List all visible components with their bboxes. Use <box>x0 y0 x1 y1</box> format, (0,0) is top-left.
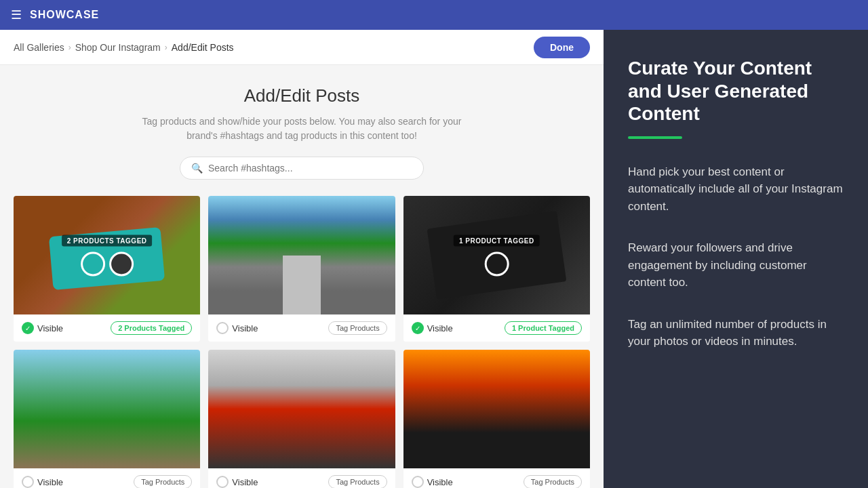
check-icon-1: ✓ <box>22 322 34 334</box>
search-input[interactable] <box>208 163 412 174</box>
menu-icon[interactable]: ☰ <box>11 7 22 22</box>
right-panel-accent <box>628 136 682 139</box>
product-tag-overlay-3: 1 PRODUCT TAGGED <box>454 235 540 276</box>
visible-badge-2: Visible <box>216 322 258 334</box>
product-tag-items-1 <box>81 251 134 276</box>
search-container: 🔍 <box>14 157 590 180</box>
breadcrumb: All Galleries › Shop Our Instagram › Add… <box>14 42 234 53</box>
product-circle-1b <box>109 251 134 276</box>
page-title: Add/Edit Posts <box>14 85 590 106</box>
post-image-container-3[interactable]: 1 PRODUCT TAGGED <box>403 196 590 314</box>
visible-label-3: Visible <box>427 323 453 333</box>
post-card: 2 PRODUCTS TAGGED ✓ Visible 2 Produ <box>14 196 200 342</box>
product-tag-label-3: 1 PRODUCT TAGGED <box>454 235 540 246</box>
visible-label-5: Visible <box>232 477 258 487</box>
app-header: ☰ SHOWCASE <box>0 0 868 30</box>
right-panel-point-1: Hand pick your best content or automatic… <box>628 163 844 216</box>
post-footer-3: ✓ Visible 1 Product Tagged <box>403 314 590 342</box>
post-image-container[interactable]: 2 PRODUCTS TAGGED <box>14 196 200 314</box>
post-image-2 <box>208 196 395 314</box>
post-card-5: Visible Tag Products <box>208 350 395 488</box>
post-card-6: Visible Tag Products <box>403 350 590 488</box>
content-panel: All Galleries › Shop Our Instagram › Add… <box>0 30 604 488</box>
products-tagged-badge-1[interactable]: 2 Products Tagged <box>111 321 192 335</box>
product-tag-label-1: 2 PRODUCTS TAGGED <box>62 235 153 246</box>
visible-label-2: Visible <box>232 323 258 333</box>
check-icon-3: ✓ <box>412 322 424 334</box>
products-tagged-badge-3[interactable]: 1 Product Tagged <box>505 321 582 335</box>
main-layout: All Galleries › Shop Our Instagram › Add… <box>0 30 868 488</box>
post-footer-5: Visible Tag Products <box>208 468 395 488</box>
post-image-container-6[interactable] <box>403 350 590 468</box>
post-card-2: Visible Tag Products <box>208 196 395 342</box>
radio-circle-6[interactable] <box>412 476 424 488</box>
product-circle-1a <box>81 251 105 276</box>
tag-products-badge-6[interactable]: Tag Products <box>524 475 582 488</box>
breadcrumb-sep-2: › <box>165 43 167 52</box>
post-image-container-4[interactable] <box>14 350 200 468</box>
post-image-container-5[interactable] <box>208 350 395 468</box>
right-panel-title: Curate Your Content and User Generated C… <box>628 57 844 125</box>
breadcrumb-current: Add/Edit Posts <box>172 42 234 53</box>
product-tag-overlay-1: 2 PRODUCTS TAGGED <box>62 235 153 276</box>
post-image-4 <box>14 350 200 468</box>
post-image-5 <box>208 350 395 468</box>
post-footer-2: Visible Tag Products <box>208 314 395 342</box>
page-subtitle: Tag products and show/hide your posts be… <box>132 115 471 143</box>
search-box: 🔍 <box>180 157 424 180</box>
visible-badge-5: Visible <box>216 476 258 488</box>
visible-label-4: Visible <box>37 477 63 487</box>
post-footer-4: Visible Tag Products <box>14 468 200 488</box>
breadcrumb-all-galleries[interactable]: All Galleries <box>14 42 64 53</box>
post-card-3: 1 PRODUCT TAGGED ✓ Visible 1 Product Tag… <box>403 196 590 342</box>
breadcrumb-bar: All Galleries › Shop Our Instagram › Add… <box>0 30 604 65</box>
done-button[interactable]: Done <box>534 37 590 58</box>
product-circle-3a <box>484 251 509 276</box>
visible-badge-3: ✓ Visible <box>412 322 453 334</box>
breadcrumb-sep-1: › <box>68 43 71 52</box>
post-footer-1: ✓ Visible 2 Products Tagged <box>14 314 200 342</box>
app-logo: SHOWCASE <box>30 9 99 21</box>
right-panel-point-3: Tag an unlimited number of products in y… <box>628 316 844 350</box>
post-footer-6: Visible Tag Products <box>403 468 590 488</box>
radio-circle-4[interactable] <box>22 476 34 488</box>
search-icon: 🔍 <box>191 163 203 174</box>
tag-products-badge-2[interactable]: Tag Products <box>328 321 387 335</box>
page-content: Add/Edit Posts Tag products and show/hid… <box>0 65 604 488</box>
visible-badge-1: ✓ Visible <box>22 322 63 334</box>
visible-label-6: Visible <box>427 477 453 487</box>
post-image-container-2[interactable] <box>208 196 395 314</box>
visible-badge-6: Visible <box>412 476 453 488</box>
breadcrumb-shop-instagram[interactable]: Shop Our Instagram <box>75 42 161 53</box>
tag-products-badge-4[interactable]: Tag Products <box>134 475 192 488</box>
radio-circle-2[interactable] <box>216 322 229 334</box>
post-card-4: Visible Tag Products <box>14 350 200 488</box>
visible-label-1: Visible <box>37 323 63 333</box>
right-panel-point-2: Reward your followers and drive engageme… <box>628 239 844 291</box>
product-tag-items-3 <box>484 251 509 276</box>
radio-circle-5[interactable] <box>216 476 229 488</box>
right-panel: Curate Your Content and User Generated C… <box>604 30 868 488</box>
visible-badge-4: Visible <box>22 476 63 488</box>
post-image-6 <box>403 350 590 468</box>
tag-products-badge-5[interactable]: Tag Products <box>328 475 387 488</box>
posts-grid: 2 PRODUCTS TAGGED ✓ Visible 2 Produ <box>14 196 590 488</box>
